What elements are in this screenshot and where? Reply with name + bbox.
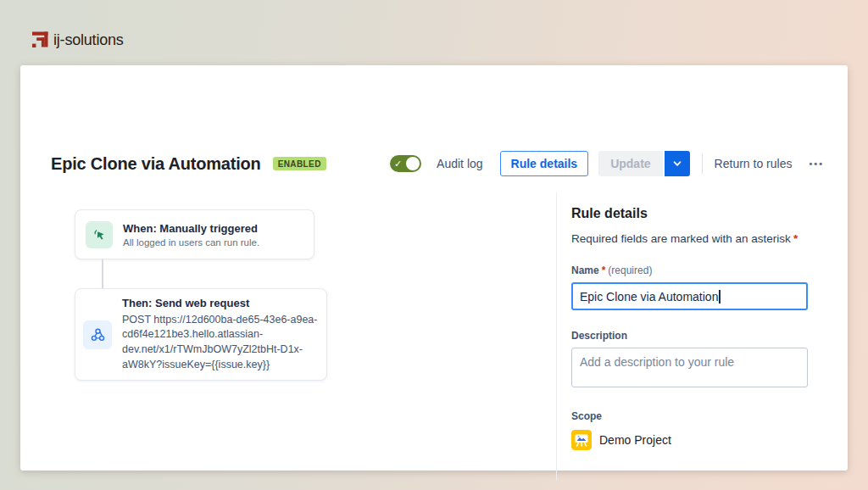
name-required-hint: (required) <box>608 264 652 276</box>
name-required-asterisk: * <box>602 264 606 276</box>
more-menu-icon[interactable]: ••• <box>809 159 824 169</box>
panel-heading: Rule details <box>571 206 808 221</box>
panel-divider <box>556 192 557 481</box>
name-input[interactable]: Epic Clone via Automation <box>571 282 808 310</box>
status-badge: ENABLED <box>273 157 326 170</box>
page-title: Epic Clone via Automation <box>51 154 261 174</box>
brand-logo-group: ij-solutions <box>31 31 124 49</box>
webhook-icon <box>83 320 112 349</box>
brand-name: ij-solutions <box>53 31 124 49</box>
scope-field-label: Scope <box>571 410 808 422</box>
when-card-title: When: Manually triggered <box>123 222 259 235</box>
name-field-label: Name*(required) <box>571 264 808 276</box>
automation-rule-page: ij-solutions Epic Clone via Automation E… <box>0 0 868 490</box>
rule-details-button[interactable]: Rule details <box>500 151 589 176</box>
flow-connector-line <box>102 259 103 288</box>
description-input[interactable] <box>571 348 808 387</box>
then-card-title: Then: Send web request <box>122 297 322 309</box>
update-split-button: Update <box>598 151 689 176</box>
then-card-request-url: POST https://12d600ba-de65-43e6-a9ea-cd6… <box>122 313 322 373</box>
chevron-down-icon <box>672 159 682 169</box>
rule-enabled-toggle[interactable]: ✓ <box>390 155 421 172</box>
audit-log-label: Audit log <box>437 157 482 170</box>
when-trigger-card[interactable]: When: Manually triggered All logged in u… <box>75 209 314 259</box>
name-label-text: Name <box>571 264 599 276</box>
toggle-check-icon: ✓ <box>394 157 402 170</box>
update-dropdown-button[interactable] <box>665 151 690 176</box>
required-asterisk: * <box>793 232 798 245</box>
ij-solutions-logo-icon <box>31 31 48 49</box>
manual-trigger-icon <box>86 221 113 248</box>
description-field-label: Description <box>571 330 808 342</box>
text-caret <box>719 290 721 303</box>
scope-row: Demo Project <box>571 430 808 450</box>
required-fields-note: Required fields are marked with an aster… <box>571 232 808 245</box>
then-action-card[interactable]: Then: Send web request POST https://12d6… <box>75 288 327 381</box>
main-card: Epic Clone via Automation ENABLED ✓ Audi… <box>20 65 848 471</box>
required-fields-note-text: Required fields are marked with an aster… <box>571 232 791 245</box>
toggle-knob <box>406 157 420 170</box>
project-avatar-icon <box>571 430 592 450</box>
rule-details-panel: Rule details Required fields are marked … <box>571 206 808 450</box>
rule-header: Epic Clone via Automation ENABLED ✓ Audi… <box>51 147 824 181</box>
update-button[interactable]: Update <box>598 151 662 176</box>
name-input-value: Epic Clone via Automation <box>580 290 718 303</box>
header-divider <box>702 153 703 174</box>
when-card-subtitle: All logged in users can run rule. <box>123 237 259 248</box>
scope-project-name: Demo Project <box>599 433 671 447</box>
return-to-rules-link[interactable]: Return to rules <box>715 157 793 170</box>
